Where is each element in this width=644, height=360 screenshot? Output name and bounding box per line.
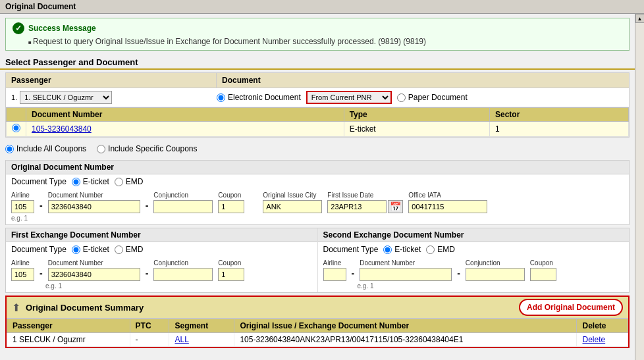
document-header: Document bbox=[217, 73, 629, 88]
first-ex-eticket-radio[interactable] bbox=[72, 245, 80, 254]
first-ex-doc-number-input[interactable] bbox=[48, 268, 140, 281]
first-ex-eticket-label: E-ticket bbox=[83, 245, 109, 254]
coupon-options: Include All Coupons Include Specific Cou… bbox=[0, 140, 635, 157]
doc-table-header-type: Type bbox=[344, 108, 489, 122]
second-ex-emd-label: EMD bbox=[437, 245, 455, 254]
right-scrollbar: ▲ ▼ bbox=[635, 14, 644, 360]
conjunction-label: Conjunction bbox=[153, 192, 213, 199]
orig-eticket-label: E-ticket bbox=[83, 177, 109, 186]
paper-doc-label: Paper Document bbox=[408, 93, 468, 102]
passenger-header: Passenger bbox=[6, 73, 217, 88]
first-ex-conjunction-input[interactable] bbox=[153, 268, 213, 281]
first-exchange-title: First Exchange Document Number bbox=[6, 228, 317, 242]
first-ex-emd-radio[interactable] bbox=[115, 245, 123, 254]
first-issue-date-input[interactable] bbox=[327, 200, 387, 213]
summary-delete[interactable]: Delete bbox=[577, 333, 628, 347]
second-ex-airline-label: Airline bbox=[323, 259, 346, 267]
passenger-number: 1. bbox=[11, 93, 17, 101]
paper-doc-radio[interactable] bbox=[397, 93, 406, 102]
table-row: 105-3236043840 E-ticket 1 bbox=[7, 122, 629, 137]
first-issue-date-label: First Issue Date bbox=[327, 192, 403, 199]
orig-doc-section: Original Document Number Document Type E… bbox=[5, 160, 630, 225]
orig-emd-radio[interactable] bbox=[115, 178, 123, 186]
document-table: Document Number Type Sector 105-32360438… bbox=[6, 107, 629, 137]
passenger-select[interactable]: 1. SELCUK / Oguzmr bbox=[20, 91, 112, 104]
dash2: - bbox=[146, 200, 149, 213]
summary-table: Passenger PTC Segment Original Issue / E… bbox=[7, 319, 628, 347]
select-passenger-title: Select Passenger and Document bbox=[0, 55, 635, 70]
second-ex-doc-number-input[interactable] bbox=[360, 268, 452, 281]
include-all-label: Include All Coupons bbox=[16, 144, 86, 153]
first-ex-doc-number-label: Document Number bbox=[48, 259, 140, 267]
doc-table-header-sector: Sector bbox=[489, 108, 628, 122]
include-specific-label: Include Specific Coupons bbox=[108, 144, 197, 153]
calendar-icon[interactable]: 📅 bbox=[388, 200, 403, 213]
doc-source-select[interactable]: From Current PNR From Archive Manual Ent… bbox=[306, 91, 392, 104]
doc-number-input[interactable] bbox=[48, 200, 140, 213]
doc-row-type: E-ticket bbox=[344, 122, 489, 137]
eg1-second-ex: e.g. 1 bbox=[318, 282, 630, 292]
office-iata-input[interactable] bbox=[408, 200, 487, 213]
summary-segment[interactable]: ALL bbox=[169, 333, 234, 347]
summary-header-passenger: Passenger bbox=[7, 319, 130, 333]
exchange-sections: First Exchange Document Number Document … bbox=[5, 228, 630, 293]
scroll-track bbox=[635, 23, 645, 360]
include-all-radio[interactable] bbox=[5, 145, 14, 153]
airline-label: Airline bbox=[11, 192, 34, 199]
first-ex-airline-input[interactable] bbox=[11, 268, 34, 281]
second-ex-airline-input[interactable] bbox=[323, 268, 346, 281]
orig-eticket-radio[interactable] bbox=[72, 178, 80, 186]
eg1-orig: e.g. 1 bbox=[6, 215, 629, 224]
doc-row-radio[interactable] bbox=[12, 124, 20, 132]
summary-row: 1 SELCUK / Oguzmr - ALL 105-3236043840AN… bbox=[7, 333, 628, 347]
conjunction-input[interactable] bbox=[153, 200, 213, 213]
scroll-up-btn[interactable]: ▲ bbox=[635, 14, 645, 23]
summary-header-delete: Delete bbox=[577, 319, 628, 333]
orig-issue-city-label: Original Issue City bbox=[263, 192, 322, 199]
first-ex-airline-label: Airline bbox=[11, 259, 34, 267]
summary-passenger: 1 SELCUK / Oguzmr bbox=[7, 333, 130, 347]
success-message: Request to query Original Issue/Issue in… bbox=[13, 37, 622, 46]
summary-section: ⬆ Original Document Summary Add Original… bbox=[5, 296, 630, 348]
first-exchange-doc-type-row: Document Type E-ticket EMD bbox=[6, 242, 317, 257]
add-original-doc-button[interactable]: Add Original Document bbox=[519, 299, 623, 316]
doc-row-radio-cell[interactable] bbox=[7, 122, 26, 137]
summary-header-doc-number: Original Issue / Exchange Document Numbe… bbox=[234, 319, 577, 333]
orig-emd-label: EMD bbox=[126, 177, 144, 186]
electronic-doc-label: Electronic Document bbox=[228, 93, 301, 102]
first-ex-conjunction-label: Conjunction bbox=[153, 259, 213, 267]
success-box: ✓ Success Message Request to query Origi… bbox=[5, 18, 630, 51]
second-ex-eticket-label: E-ticket bbox=[394, 245, 421, 254]
second-ex-doc-number-label: Document Number bbox=[360, 259, 452, 267]
second-ex-coupon-input[interactable] bbox=[530, 268, 556, 281]
airline-input[interactable] bbox=[11, 200, 34, 213]
doc-table-header-radio bbox=[7, 108, 26, 122]
second-exchange-doc-type-row: Document Type E-ticket EMD bbox=[318, 242, 630, 257]
second-ex-dash1: - bbox=[352, 268, 355, 281]
summary-ptc: - bbox=[130, 333, 169, 347]
electronic-doc-radio[interactable] bbox=[217, 93, 225, 102]
second-ex-conjunction-input[interactable] bbox=[466, 268, 525, 281]
summary-title: Original Document Summary bbox=[26, 303, 144, 313]
summary-header-segment: Segment bbox=[169, 319, 234, 333]
doc-row-sector: 1 bbox=[489, 122, 628, 137]
first-exchange-col: First Exchange Document Number Document … bbox=[6, 228, 318, 292]
coupon-label: Coupon bbox=[218, 192, 244, 199]
second-exchange-doc-type-label: Document Type bbox=[323, 245, 379, 254]
orig-doc-type-label: Document Type bbox=[11, 177, 67, 186]
first-ex-coupon-label: Coupon bbox=[218, 259, 244, 267]
success-icon: ✓ bbox=[13, 22, 24, 34]
doc-number-label: Document Number bbox=[48, 192, 140, 199]
include-specific-radio[interactable] bbox=[97, 145, 105, 153]
second-ex-emd-radio[interactable] bbox=[426, 245, 435, 254]
second-ex-eticket-radio[interactable] bbox=[383, 245, 392, 254]
second-ex-coupon-label: Coupon bbox=[530, 259, 556, 267]
second-ex-conjunction-label: Conjunction bbox=[466, 259, 525, 267]
dash1: - bbox=[40, 200, 43, 213]
collapse-btn[interactable]: ⬆ bbox=[12, 301, 20, 314]
doc-row-number: 105-3236043840 bbox=[26, 122, 344, 137]
window-title-bar: Original Document bbox=[0, 0, 644, 14]
coupon-input[interactable] bbox=[218, 200, 244, 213]
first-ex-coupon-input[interactable] bbox=[218, 268, 244, 281]
orig-issue-city-input[interactable] bbox=[263, 200, 322, 213]
